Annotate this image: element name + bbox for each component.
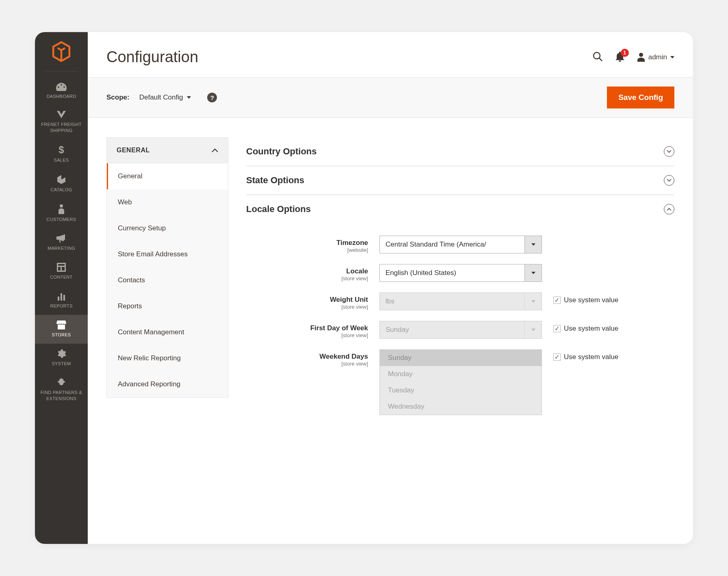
- caret-down-icon: [524, 236, 542, 253]
- field-extra: Use system value: [553, 349, 622, 362]
- section-title: Locale Options: [246, 204, 311, 214]
- field-ctrl: Sunday Monday Tuesday Wednesday: [379, 349, 542, 415]
- field-row-timezone: Timezone [website] Central Standard Time…: [246, 236, 674, 253]
- multiselect-option[interactable]: Sunday: [380, 350, 542, 366]
- use-system-checkbox[interactable]: [553, 297, 561, 304]
- field-row-first-day: First Day of Week [store view] Sunday: [246, 321, 674, 339]
- tab-item-contacts[interactable]: Contacts: [107, 267, 228, 293]
- field-scope: [website]: [246, 247, 368, 253]
- field-label-col: Timezone [website]: [246, 236, 368, 253]
- select-value: English (United States): [380, 269, 524, 277]
- field-label: Weight Unit: [246, 296, 368, 304]
- nav-item-partners[interactable]: FIND PARTNERS & EXTENSIONS: [35, 372, 88, 407]
- nav-item-marketing[interactable]: MARKETING: [35, 228, 88, 257]
- use-system-label: Use system value: [564, 296, 618, 305]
- notification-bell-icon[interactable]: 1: [615, 51, 625, 63]
- nav-item-catalog[interactable]: CATALOG: [35, 169, 88, 199]
- nav-item-customers[interactable]: CUSTOMERS: [35, 199, 88, 228]
- nav-item-reports[interactable]: REPORTS: [35, 286, 88, 315]
- admin-user-label: admin: [648, 53, 667, 61]
- use-system-checkbox[interactable]: [553, 353, 561, 361]
- nav-label: STORES: [52, 332, 71, 337]
- first-day-select[interactable]: Sunday: [379, 321, 542, 339]
- scope-bar: Scope: Default Config ? Save Config: [88, 77, 693, 118]
- admin-sidebar: DASHBOARD FRENET FREIGHT SHIPPING $ SALE…: [35, 32, 88, 544]
- nav-item-sales[interactable]: $ SALES: [35, 139, 88, 169]
- tab-item-general[interactable]: General: [107, 163, 228, 189]
- nav-item-frenet[interactable]: FRENET FREIGHT SHIPPING: [35, 105, 88, 139]
- field-label-col: Locale [store view]: [246, 264, 368, 282]
- multiselect-option[interactable]: Monday: [380, 366, 542, 382]
- app-frame: DASHBOARD FRENET FREIGHT SHIPPING $ SALE…: [35, 32, 693, 544]
- chevron-down-circle-icon: [664, 175, 674, 186]
- section-locale-options[interactable]: Locale Options: [246, 195, 674, 223]
- nav-label: MARKETING: [48, 246, 75, 251]
- field-extra: [553, 264, 622, 267]
- nav-label: FIND PARTNERS & EXTENSIONS: [41, 390, 82, 401]
- chevron-down-circle-icon: [664, 146, 674, 157]
- svg-text:$: $: [58, 145, 64, 155]
- dollar-icon: $: [58, 145, 65, 155]
- field-ctrl: lbs: [379, 292, 542, 310]
- store-icon: [56, 320, 66, 329]
- scope-left: Scope: Default Config ?: [106, 93, 217, 102]
- config-body: GENERAL General Web Currency Setup Store…: [88, 118, 693, 544]
- tab-item-currency[interactable]: Currency Setup: [107, 215, 228, 241]
- multiselect-option[interactable]: Tuesday: [380, 382, 542, 398]
- nav-label: CONTENT: [50, 275, 72, 279]
- nav-label: SALES: [54, 158, 69, 162]
- scope-label: Scope:: [106, 93, 130, 102]
- locale-select[interactable]: English (United States): [379, 264, 542, 282]
- field-ctrl: Sunday: [379, 321, 542, 339]
- tab-item-reports[interactable]: Reports: [107, 293, 228, 319]
- field-ctrl: Central Standard Time (America/: [379, 236, 542, 253]
- field-row-weight: Weight Unit [store view] lbs: [246, 292, 674, 310]
- use-system-checkbox[interactable]: [553, 325, 561, 332]
- use-system-label: Use system value: [564, 353, 618, 362]
- scope-selector[interactable]: Default Config: [139, 93, 191, 102]
- nav-label: REPORTS: [50, 303, 72, 308]
- field-extra: Use system value: [553, 321, 622, 333]
- field-label: Weekend Days: [246, 353, 368, 361]
- multiselect-option[interactable]: Wednesday: [380, 398, 542, 415]
- admin-user-menu[interactable]: admin: [637, 53, 674, 62]
- layout-icon: [57, 263, 66, 272]
- chevron-up-circle-icon: [664, 204, 674, 214]
- svg-line-2: [599, 58, 602, 61]
- nav-label: DASHBOARD: [47, 94, 76, 99]
- caret-down-icon: [187, 96, 191, 99]
- tab-item-web[interactable]: Web: [107, 189, 228, 215]
- section-country-options[interactable]: Country Options: [246, 137, 674, 166]
- tab-item-store-email[interactable]: Store Email Addresses: [107, 241, 228, 267]
- timezone-select[interactable]: Central Standard Time (America/: [379, 236, 542, 253]
- help-icon[interactable]: ?: [207, 93, 217, 102]
- nav-item-content[interactable]: CONTENT: [35, 257, 88, 286]
- tab-item-adv-reporting[interactable]: Advanced Reporting: [107, 371, 228, 397]
- weekend-days-multiselect[interactable]: Sunday Monday Tuesday Wednesday: [379, 349, 542, 415]
- field-label: First Day of Week: [246, 324, 368, 332]
- magento-logo[interactable]: [52, 41, 71, 62]
- notification-count-badge: 1: [621, 49, 629, 57]
- header-actions: 1 admin: [592, 51, 674, 63]
- config-tabs-panel: GENERAL General Web Currency Setup Store…: [106, 137, 228, 544]
- section-title: State Options: [246, 175, 304, 186]
- field-row-locale: Locale [store view] English (United Stat…: [246, 264, 674, 282]
- nav-item-stores[interactable]: STORES: [35, 315, 88, 344]
- user-icon: [637, 53, 645, 62]
- section-state-options[interactable]: State Options: [246, 166, 674, 195]
- scope-value: Default Config: [139, 93, 183, 102]
- gear-icon: [57, 349, 66, 358]
- tab-item-newrelic[interactable]: New Relic Reporting: [107, 345, 228, 371]
- field-label: Timezone: [246, 239, 368, 247]
- search-icon[interactable]: [592, 51, 603, 63]
- caret-down-icon: [524, 293, 542, 310]
- save-config-button[interactable]: Save Config: [607, 87, 674, 108]
- nav-item-dashboard[interactable]: DASHBOARD: [35, 77, 88, 105]
- use-system-label: Use system value: [564, 324, 618, 333]
- nav-item-system[interactable]: SYSTEM: [35, 344, 88, 372]
- field-label-col: Weight Unit [store view]: [246, 292, 368, 310]
- field-extra: Use system value: [553, 292, 622, 305]
- tab-item-content-mgmt[interactable]: Content Management: [107, 319, 228, 345]
- weight-unit-select[interactable]: lbs: [379, 292, 542, 310]
- tab-group-general[interactable]: GENERAL: [106, 137, 228, 163]
